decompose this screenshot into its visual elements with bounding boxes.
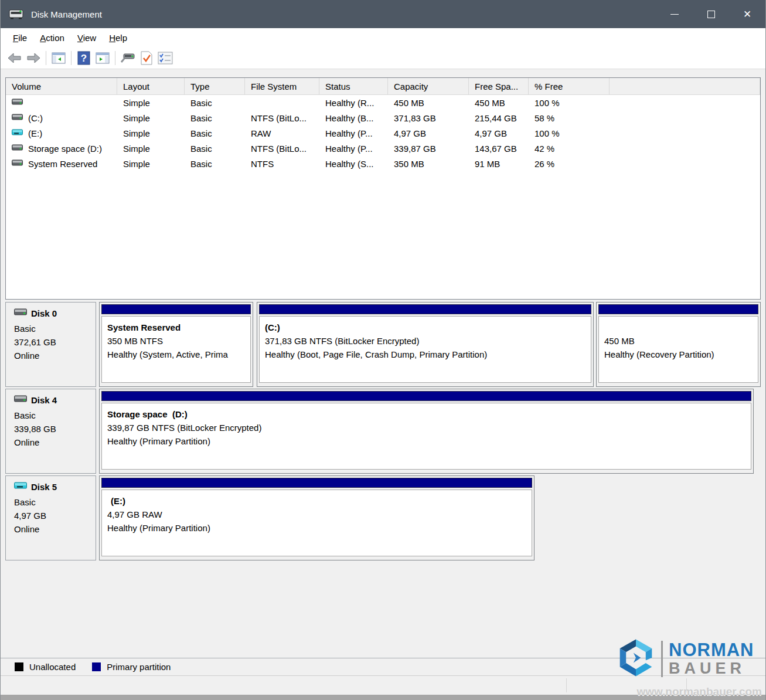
cell-layout: Simple	[117, 110, 185, 125]
disk-0-header[interactable]: Disk 0 Basic 372,61 GB Online	[5, 302, 96, 387]
drive-icon	[12, 98, 23, 108]
disk-type: Basic	[14, 409, 92, 422]
cell-capacity: 339,87 GB	[388, 141, 469, 156]
partition-info: 4,97 GB RAW	[107, 508, 529, 521]
toolbar-separator	[71, 51, 72, 65]
col-header-file-system[interactable]: File System	[245, 78, 319, 95]
disk-name: Disk 5	[31, 482, 57, 492]
disk-icon	[14, 395, 27, 405]
col-header-status[interactable]: Status	[319, 78, 388, 95]
menu-action[interactable]: Action	[33, 29, 71, 46]
show-console-tree-icon[interactable]	[49, 49, 68, 67]
brand-url: www.normanbauer.com	[614, 685, 762, 698]
cell-free-space: 91 MB	[469, 156, 529, 171]
drive-icon	[12, 159, 23, 169]
disk-management-app-icon	[9, 8, 24, 20]
cell-capacity: 4,97 GB	[388, 125, 469, 141]
cell-free-space: 215,44 GB	[469, 110, 529, 125]
show-action-pane-icon[interactable]	[93, 49, 112, 67]
normanbauer-watermark: NORMAN BAUER www.normanbauer.com	[614, 633, 762, 696]
cell-file-system: NTFS (BitLo...	[245, 141, 319, 156]
menu-view[interactable]: View	[71, 29, 103, 46]
partition-status: Healthy (Recovery Partition)	[604, 348, 755, 361]
toolbar-separator	[115, 51, 115, 65]
help-icon[interactable]: ?	[74, 49, 93, 67]
cell-file-system	[245, 95, 319, 110]
partition-info: 350 MB NTFS	[107, 334, 248, 348]
disk-icon	[14, 308, 27, 318]
normanbauer-logo-icon	[614, 633, 660, 684]
disk-0-row: Disk 0 Basic 372,61 GB Online System Res…	[5, 302, 761, 387]
table-row[interactable]: (E:) Simple Basic RAW Healthy (P... 4,97…	[6, 125, 760, 141]
svg-text:?: ?	[81, 53, 87, 64]
cell-type: Basic	[185, 110, 245, 125]
partition-e[interactable]: (E:) 4,97 GB RAW Healthy (Primary Partit…	[99, 475, 535, 560]
disk-size: 4,97 GB	[14, 509, 92, 522]
col-header-filler	[610, 78, 760, 95]
cell-type: Basic	[185, 125, 245, 141]
forward-icon[interactable]	[24, 49, 43, 67]
partition-recovery[interactable]: 450 MB Healthy (Recovery Partition)	[596, 302, 761, 387]
volume-name: System Reserved	[28, 159, 97, 169]
cell-status: Healthy (P...	[319, 141, 388, 156]
partition-storage-space-d[interactable]: Storage space (D:) 339,87 GB NTFS (BitLo…	[99, 389, 754, 474]
cell-layout: Simple	[117, 125, 185, 141]
cell-pct-free: 26 %	[529, 156, 610, 171]
cell-layout: Simple	[117, 95, 185, 110]
volume-name: Storage space (D:)	[28, 144, 102, 154]
col-header-layout[interactable]: Layout	[117, 78, 185, 95]
disk-size: 339,88 GB	[14, 422, 92, 436]
cell-free-space: 450 MB	[469, 95, 529, 110]
col-header-pct-free[interactable]: % Free	[529, 78, 610, 95]
col-header-volume[interactable]: Volume	[6, 78, 117, 95]
table-row[interactable]: (C:) Simple Basic NTFS (BitLo... Healthy…	[6, 110, 760, 125]
cell-file-system: NTFS (BitLo...	[245, 110, 319, 125]
disk-4-header[interactable]: Disk 4 Basic 339,88 GB Online	[5, 389, 96, 474]
volume-name: (C:)	[28, 113, 43, 123]
menu-file[interactable]: File	[6, 29, 33, 46]
maximize-button[interactable]	[693, 0, 729, 28]
cell-pct-free: 100 %	[529, 95, 610, 110]
legend-primary-partition-label: Primary partition	[107, 662, 171, 672]
rescan-disks-icon[interactable]	[118, 49, 137, 67]
partition-info: 339,87 GB NTFS (BitLocker Encrypted)	[107, 421, 748, 434]
partition-type-band	[101, 478, 532, 488]
back-icon[interactable]	[5, 49, 24, 67]
table-row[interactable]: Simple Basic Healthy (R... 450 MB 450 MB…	[6, 95, 760, 110]
partition-status: Healthy (Primary Partition)	[107, 434, 748, 448]
close-button[interactable]: ✕	[729, 0, 765, 28]
col-header-type[interactable]: Type	[185, 78, 245, 95]
pane-gap	[1, 69, 765, 77]
toolbar-separator	[46, 51, 46, 65]
disk-name: Disk 4	[31, 395, 57, 405]
partition-type-band	[259, 304, 591, 314]
table-row[interactable]: System Reserved Simple Basic NTFS Health…	[6, 156, 760, 171]
disk-status: Online	[14, 522, 92, 536]
disk-type: Basic	[14, 495, 92, 509]
partition-status: Healthy (Boot, Page File, Crash Dump, Pr…	[265, 348, 588, 361]
cell-file-system: RAW	[245, 125, 319, 141]
minimize-button[interactable]	[656, 0, 693, 28]
partition-system-reserved[interactable]: System Reserved 350 MB NTFS Healthy (Sys…	[99, 302, 253, 387]
partition-name: Storage space (D:)	[107, 407, 748, 421]
cell-pct-free: 100 %	[529, 125, 610, 141]
table-row[interactable]: Storage space (D:) Simple Basic NTFS (Bi…	[6, 141, 760, 156]
checklist-icon[interactable]	[156, 49, 175, 67]
cell-status: Healthy (R...	[319, 95, 388, 110]
brand-name-bottom: BAUER	[669, 660, 754, 677]
partition-info: 371,83 GB NTFS (BitLocker Encrypted)	[265, 334, 588, 348]
statusbar-divider	[566, 678, 567, 692]
disk-5-header[interactable]: Disk 5 Basic 4,97 GB Online	[5, 475, 96, 560]
menu-help[interactable]: Help	[103, 29, 134, 46]
cell-status: Healthy (S...	[319, 156, 388, 171]
check-document-icon[interactable]	[137, 49, 156, 67]
cell-status: Healthy (P...	[319, 125, 388, 141]
cell-free-space: 143,67 GB	[469, 141, 529, 156]
partition-c[interactable]: (C:) 371,83 GB NTFS (BitLocker Encrypted…	[257, 302, 594, 387]
unallocated-swatch	[15, 662, 23, 671]
cell-capacity: 371,83 GB	[388, 110, 469, 125]
col-header-free-space[interactable]: Free Spa...	[469, 78, 529, 95]
partition-info: 450 MB	[604, 334, 755, 348]
col-header-capacity[interactable]: Capacity	[388, 78, 469, 95]
disk-type: Basic	[14, 322, 92, 335]
